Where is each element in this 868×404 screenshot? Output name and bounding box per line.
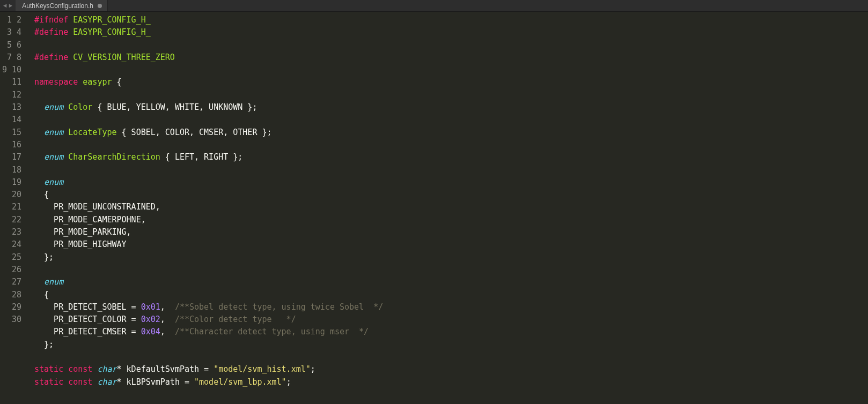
token: /**Character detect type, using mser */ [175,327,369,336]
token: ; [286,377,291,387]
code-line[interactable]: PR_DETECT_COLOR = 0x02, /**Color detect … [34,313,868,326]
token: LocateType [68,128,116,137]
token: PR_MODE_HIGHWAY [34,240,127,249]
token: PR_MODE_PARKING, [34,227,131,237]
token: * kDefaultSvmPath = [117,364,214,374]
token: char [97,377,116,387]
token: ; [311,364,315,374]
code-line[interactable] [34,139,868,151]
token: /**Sobel detect type, using twice Sobel … [175,302,383,312]
code-line[interactable]: enum LocateType { SOBEL, COLOR, CMSER, O… [34,126,868,139]
token [78,77,83,87]
token: 0x01 [141,302,160,312]
token: PR_MODE_CAMERPOHNE, [34,215,146,225]
token: enum [44,128,63,137]
token: { BLUE, YELLOW, WHITE, UNKNOWN }; [92,102,257,112]
code-line[interactable] [34,64,868,76]
token: PR_MODE_UNCONSTRAINED, [34,202,160,212]
code-line[interactable]: PR_DETECT_CMSER = 0x04, /**Character det… [34,326,868,338]
code-line[interactable]: enum CharSearchDirection { LEFT, RIGHT }… [34,151,868,163]
token: static [34,377,63,387]
code-line[interactable]: static const char* kDefaultSvmPath = "mo… [34,363,868,376]
token: }; [34,340,54,349]
code-line[interactable]: PR_MODE_UNCONSTRAINED, [34,201,868,213]
code-line[interactable]: PR_DETECT_SOBEL = 0x01, /**Sobel detect … [34,301,868,313]
code-line[interactable]: PR_MODE_HIGHWAY [34,238,868,251]
token [63,128,68,137]
code-line[interactable]: #define EASYPR_CONFIG_H_ [34,26,868,39]
code-line[interactable]: #define CV_VERSION_THREE_ZERO [34,51,868,64]
code-line[interactable]: PR_MODE_CAMERPOHNE, [34,214,868,226]
tab-file-label: AuthKeysConfiguration.h [22,2,93,10]
token [63,152,68,162]
token [68,27,73,37]
token: enum [44,152,63,162]
token: PR_DETECT_COLOR = [34,315,141,324]
token [34,277,44,287]
token: { SOBEL, COLOR, CMSER, OTHER }; [117,128,272,137]
line-number-gutter: 1 2 3 4 5 6 7 8 9 10 11 12 13 14 15 16 1… [0,14,27,326]
token: enum [44,177,63,187]
code-line[interactable]: { [34,189,868,201]
token [34,128,44,137]
token: Color [68,102,92,112]
token: static [34,364,63,374]
token: PR_DETECT_SOBEL = [34,302,141,312]
code-line[interactable] [34,39,868,51]
code-line[interactable] [34,351,868,363]
token [63,377,68,387]
code-line[interactable] [34,114,868,126]
token: * kLBPSvmPath = [117,377,195,387]
code-line[interactable]: { [34,289,868,301]
code-area[interactable]: #ifndef EASYPR_CONFIG_H_#define EASYPR_C… [27,14,868,388]
token [63,102,68,112]
token [63,364,68,374]
token: 0x04 [141,327,160,336]
code-line[interactable]: static const char* kLBPSvmPath = "model/… [34,376,868,388]
token: { [112,77,122,87]
token: "model/svm_hist.xml" [214,364,311,374]
code-line[interactable]: #ifndef EASYPR_CONFIG_H_ [34,14,868,26]
code-line[interactable]: PR_MODE_PARKING, [34,226,868,238]
code-line[interactable] [34,164,868,176]
code-line[interactable] [34,264,868,276]
code-line[interactable]: enum [34,176,868,189]
tab-file[interactable]: AuthKeysConfiguration.h [16,0,108,11]
editor[interactable]: 1 2 3 4 5 6 7 8 9 10 11 12 13 14 15 16 1… [0,12,868,404]
token: CV_VERSION_THREE_ZERO [73,53,175,62]
token: /**Color detect type */ [175,315,296,324]
code-line[interactable]: }; [34,251,868,264]
token: enum [44,277,63,287]
token: #define [34,27,68,37]
token: #ifndef [34,15,68,25]
token: 0x02 [141,315,160,324]
nav-back-icon[interactable]: ◄ [3,3,7,9]
token: }; [34,252,54,262]
code-line[interactable]: }; [34,339,868,351]
code-line[interactable]: enum Color { BLUE, YELLOW, WHITE, UNKNOW… [34,101,868,114]
token [34,152,44,162]
token: , [160,327,175,336]
tab-nav: ◄ ► [0,0,16,11]
token [34,102,44,112]
token: EASYPR_CONFIG_H_ [73,15,151,25]
token: const [68,377,92,387]
token: const [68,364,92,374]
token [68,53,73,62]
token: EASYPR_CONFIG_H_ [73,27,151,37]
tab-dirty-indicator-icon [98,4,102,8]
tab-bar: ◄ ► AuthKeysConfiguration.h [0,0,868,12]
token: { [34,190,49,199]
token: { LEFT, RIGHT }; [160,152,243,162]
token: char [97,364,116,374]
nav-forward-icon[interactable]: ► [9,3,13,9]
token [68,15,73,25]
token: enum [44,102,63,112]
token: easypr [83,77,112,87]
code-line[interactable]: enum [34,276,868,288]
code-line[interactable]: namespace easypr { [34,76,868,88]
token: , [160,302,175,312]
token: CharSearchDirection [68,152,160,162]
code-line[interactable] [34,89,868,101]
token: , [160,315,175,324]
